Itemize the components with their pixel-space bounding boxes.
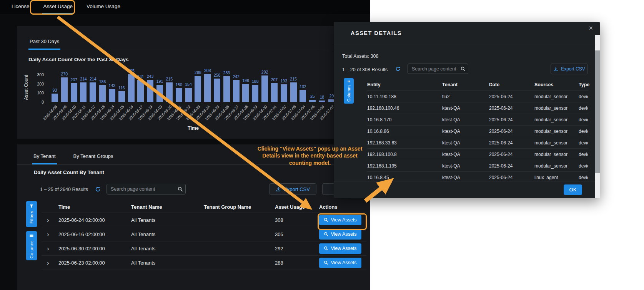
tab-past-30-days[interactable]: Past 30 Days bbox=[28, 39, 60, 50]
search-icon bbox=[324, 218, 328, 222]
header-tenant: Tenant bbox=[442, 82, 489, 87]
cell-asset-usage: 305 bbox=[275, 231, 319, 237]
bar bbox=[137, 80, 144, 102]
tab-asset-usage[interactable]: Asset Usage bbox=[42, 0, 74, 14]
scrollbar-thumb[interactable] bbox=[595, 50, 600, 173]
modal-refresh-button[interactable] bbox=[395, 66, 401, 72]
asset-row: 192.168.100.46ktest-QA2025-06-24modular_… bbox=[367, 102, 588, 114]
asset-cell-date: 2025-06-24 bbox=[489, 106, 534, 111]
tab-volume-usage[interactable]: Volume Usage bbox=[85, 0, 121, 14]
tenant-table: Time Tenant Name Tenant Group Name Asset… bbox=[42, 201, 366, 270]
view-assets-label: View Assets bbox=[331, 217, 356, 223]
export-csv-button[interactable]: Export CSV bbox=[269, 183, 316, 195]
asset-row: 192.168.1.195ktest-QA2025-06-24modular_s… bbox=[367, 160, 588, 172]
row-expander-icon[interactable]: › bbox=[42, 260, 58, 266]
view-assets-button[interactable]: View Assets bbox=[319, 215, 361, 225]
bar bbox=[109, 89, 115, 102]
asset-cell-date: 2025-06-24 bbox=[489, 129, 534, 134]
filters-button[interactable]: Filters bbox=[26, 201, 37, 227]
cell-tenant-name: All Tenants bbox=[131, 217, 204, 223]
asset-cell-tenant: ktest-QA bbox=[442, 117, 489, 122]
bar-group: 2582025-06-25 bbox=[212, 73, 222, 102]
cell-time: 2025-06-24 02:00:00 bbox=[58, 217, 131, 223]
asset-row: 192.168.100.8ktest-QA2025-06-24modular_s… bbox=[367, 149, 588, 160]
view-assets-button[interactable]: View Assets bbox=[319, 229, 361, 240]
asset-cell-entity: 192.168.33.63 bbox=[367, 140, 442, 146]
bar-group: 2152025-07-03 bbox=[289, 73, 298, 102]
close-icon[interactable]: × bbox=[589, 24, 593, 32]
bar bbox=[204, 74, 211, 102]
asset-cell-type: device bbox=[579, 106, 588, 111]
bar-value-label: 29 bbox=[329, 94, 334, 98]
asset-cell-entity: 192.168.1.195 bbox=[367, 163, 442, 169]
asset-cell-entity: 10.16.8.45 bbox=[367, 175, 442, 180]
asset-cell-entity: 10.16.8.170 bbox=[367, 117, 442, 122]
bar bbox=[176, 88, 182, 102]
bar-group: 2922025-06-30 bbox=[260, 73, 270, 102]
bar-group: 2412025-06-17 bbox=[136, 73, 145, 102]
search-icon[interactable] bbox=[461, 66, 466, 71]
tab-by-tenant-groups[interactable]: By Tenant Groups bbox=[72, 153, 115, 164]
columns-icon bbox=[347, 80, 351, 83]
bar-value-label: 207 bbox=[70, 77, 77, 82]
bar-value-label: 18 bbox=[320, 95, 324, 99]
bar bbox=[290, 82, 297, 102]
y-tick-label: 100 bbox=[37, 91, 44, 95]
cell-time: 2025-06-16 02:00:00 bbox=[58, 231, 131, 237]
asset-row: 10.16.8.170ktest-QA2025-06-24modular_sen… bbox=[367, 114, 588, 126]
bar bbox=[61, 77, 68, 102]
row-expander-icon[interactable]: › bbox=[42, 245, 58, 252]
bar-group: 1882025-06-29 bbox=[250, 73, 260, 102]
view-assets-button[interactable]: View Assets bbox=[319, 243, 361, 254]
view-assets-button[interactable]: View Assets bbox=[319, 258, 361, 268]
asset-cell-date: 2025-06-24 bbox=[489, 175, 534, 180]
bar bbox=[195, 76, 201, 102]
export-csv-label: Export CSV bbox=[284, 186, 310, 192]
header-actions: Actions bbox=[319, 204, 366, 210]
columns-label: Columns bbox=[29, 240, 34, 258]
modal-header: ASSET DETAILS × bbox=[334, 22, 600, 44]
asset-cell-sources: modular_sensor bbox=[534, 129, 579, 134]
bar-chart: Asset Count 0100200300 932025-06-0827020… bbox=[28, 65, 363, 138]
row-expander-icon[interactable]: › bbox=[42, 231, 58, 238]
asset-table-header: Entity Tenant Date Sources Type bbox=[367, 80, 588, 90]
bar-value-label: 215 bbox=[166, 77, 173, 81]
search-input[interactable] bbox=[107, 184, 186, 194]
row-expander-icon[interactable]: › bbox=[42, 217, 58, 223]
asset-cell-date: 2025-06-24 bbox=[489, 140, 534, 146]
refresh-icon bbox=[95, 186, 101, 192]
modal-columns-button[interactable]: Columns bbox=[344, 78, 354, 104]
bar bbox=[52, 94, 58, 102]
asset-cell-type: device bbox=[579, 175, 588, 180]
asset-cell-entity: 192.168.100.46 bbox=[367, 106, 442, 111]
cell-time: 2025-06-23 02:00:00 bbox=[58, 260, 131, 266]
ok-button[interactable]: OK bbox=[564, 184, 582, 195]
tenant-table-body: ›2025-06-24 02:00:00All Tenants308View A… bbox=[42, 213, 366, 270]
asset-details-modal: ASSET DETAILS × Total Assets: 308 1 – 20… bbox=[334, 22, 600, 198]
header-sources: Sources bbox=[534, 82, 579, 87]
download-icon bbox=[553, 67, 558, 72]
top-tab-bar: License Asset Usage Volume Usage bbox=[0, 0, 370, 14]
y-tick-label: 200 bbox=[37, 82, 44, 86]
columns-button[interactable]: Columns bbox=[26, 231, 37, 260]
modal-search-input[interactable] bbox=[408, 64, 468, 74]
columns-icon bbox=[29, 234, 34, 238]
tab-license[interactable]: License bbox=[10, 0, 31, 14]
bar-group: 182025-07-06 bbox=[317, 73, 327, 102]
bar bbox=[242, 84, 249, 102]
tab-by-tenant[interactable]: By Tenant bbox=[32, 153, 57, 164]
modal-results-count: 1 – 20 of 308 Results bbox=[342, 67, 388, 72]
modal-export-csv-button[interactable]: Export CSV bbox=[551, 64, 588, 74]
bar-value-label: 242 bbox=[233, 74, 240, 79]
bar bbox=[185, 88, 192, 102]
refresh-button[interactable] bbox=[95, 186, 101, 192]
x-axis-title: Time bbox=[50, 126, 336, 131]
bar-group: 2142025-06-11 bbox=[78, 73, 88, 102]
modal-scrollbar bbox=[595, 35, 600, 198]
bar-value-label: 186 bbox=[99, 79, 106, 84]
search-icon[interactable] bbox=[178, 186, 183, 192]
bar-group: 1502025-06-21 bbox=[174, 73, 184, 102]
search-icon bbox=[324, 246, 328, 251]
bar-group: 1962025-06-28 bbox=[241, 73, 251, 102]
modal-footer: OK bbox=[334, 181, 595, 198]
